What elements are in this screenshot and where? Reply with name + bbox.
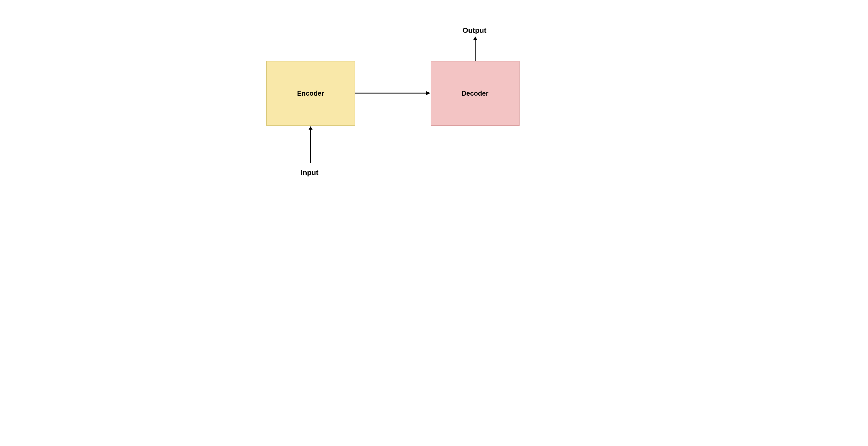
arrow-decoder-to-output xyxy=(472,36,478,62)
arrow-input-to-encoder xyxy=(308,126,313,163)
decoder-box-label: Decoder xyxy=(462,90,489,97)
decoder-box: Decoder xyxy=(431,61,520,126)
encoder-box-label: Encoder xyxy=(297,90,324,97)
encoder-decoder-diagram: Output Encoder Decoder Input xyxy=(217,0,651,223)
svg-marker-4 xyxy=(426,91,430,95)
arrow-encoder-to-decoder xyxy=(355,90,431,97)
svg-marker-6 xyxy=(309,126,312,130)
output-label: Output xyxy=(463,26,487,35)
svg-marker-2 xyxy=(473,36,477,40)
encoder-box: Encoder xyxy=(266,61,355,126)
input-baseline xyxy=(265,163,356,163)
input-label: Input xyxy=(301,168,319,177)
